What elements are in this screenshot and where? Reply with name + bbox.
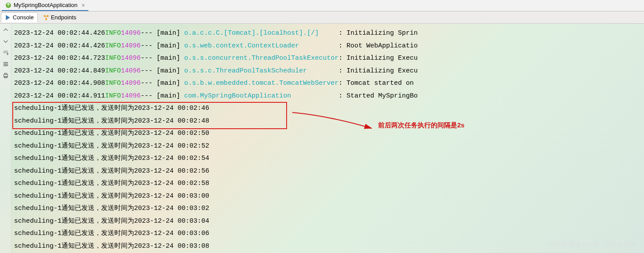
run-config-tab[interactable]: MySpringBootApplication × xyxy=(2,0,88,11)
log-line: scheduling-1通知已发送，发送时间为2023-12-24 00:02:… xyxy=(14,140,641,153)
log-line: scheduling-1通知已发送，发送时间为2023-12-24 00:02:… xyxy=(14,177,641,190)
log-line: 2023-12-24 00:02:44.426 INFO 14096 --- [… xyxy=(14,27,641,40)
scroll-up-button[interactable] xyxy=(1,25,10,34)
endpoints-icon xyxy=(43,14,49,21)
log-line: 2023-12-24 00:02:44.849 INFO 14096 --- [… xyxy=(14,65,641,78)
log-line: scheduling-1通知已发送，发送时间为2023-12-24 00:02:… xyxy=(14,127,641,140)
log-line: scheduling-1通知已发送，发送时间为2023-12-24 00:03:… xyxy=(14,202,641,215)
log-line: scheduling-1通知已发送，发送时间为2023-12-24 00:02:… xyxy=(14,152,641,165)
console-gutter xyxy=(0,24,11,253)
settings-button[interactable] xyxy=(1,60,10,69)
console-area: 2023-12-24 00:02:44.426 INFO 14096 --- [… xyxy=(0,24,644,253)
soft-wrap-button[interactable] xyxy=(1,48,10,57)
svg-rect-9 xyxy=(4,73,7,75)
tab-console-label: Console xyxy=(13,14,34,21)
tab-console[interactable]: Console xyxy=(1,12,38,22)
log-line: scheduling-1通知已发送，发送时间为2023-12-24 00:03:… xyxy=(14,240,641,253)
spring-boot-icon xyxy=(5,2,11,8)
print-button[interactable] xyxy=(1,71,10,80)
console-toolbar: Console Endpoints xyxy=(0,11,644,24)
log-line: scheduling-1通知已发送，发送时间为2023-12-24 00:02:… xyxy=(14,115,641,128)
log-line: scheduling-1通知已发送，发送时间为2023-12-24 00:03:… xyxy=(14,190,641,203)
log-line: 2023-12-24 00:02:44.911 INFO 14096 --- [… xyxy=(14,90,641,103)
run-tab-bar: MySpringBootApplication × xyxy=(0,0,644,11)
tab-endpoints[interactable]: Endpoints xyxy=(40,13,80,22)
watermark-text: CSDN @陌上少年，且听这风吟 xyxy=(549,241,636,249)
log-line: 2023-12-24 00:02:44.723 INFO 14096 --- [… xyxy=(14,52,641,65)
log-line: scheduling-1通知已发送，发送时间为2023-12-24 00:02:… xyxy=(14,165,641,178)
log-line: 2023-12-24 00:02:44.908 INFO 14096 --- [… xyxy=(14,77,641,90)
svg-rect-7 xyxy=(3,65,8,66)
log-line: scheduling-1通知已发送，发送时间为2023-12-24 00:03:… xyxy=(14,215,641,228)
console-output[interactable]: 2023-12-24 00:02:44.426 INFO 14096 --- [… xyxy=(11,24,644,253)
svg-marker-1 xyxy=(6,15,10,20)
svg-rect-5 xyxy=(3,62,8,63)
tab-endpoints-label: Endpoints xyxy=(51,14,76,21)
svg-rect-6 xyxy=(3,64,8,65)
run-config-title: MySpringBootApplication xyxy=(14,2,77,8)
run-arrow-icon xyxy=(5,14,11,21)
log-line: 2023-12-24 00:02:44.426 INFO 14096 --- [… xyxy=(14,40,641,53)
scroll-down-button[interactable] xyxy=(1,37,10,46)
close-icon[interactable]: × xyxy=(81,2,85,8)
log-line: scheduling-1通知已发送，发送时间为2023-12-24 00:03:… xyxy=(14,228,641,240)
log-line: scheduling-1通知已发送，发送时间为2023-12-24 00:02:… xyxy=(14,102,641,115)
annotation-text: 前后两次任务执行的间隔是2s xyxy=(378,121,465,130)
